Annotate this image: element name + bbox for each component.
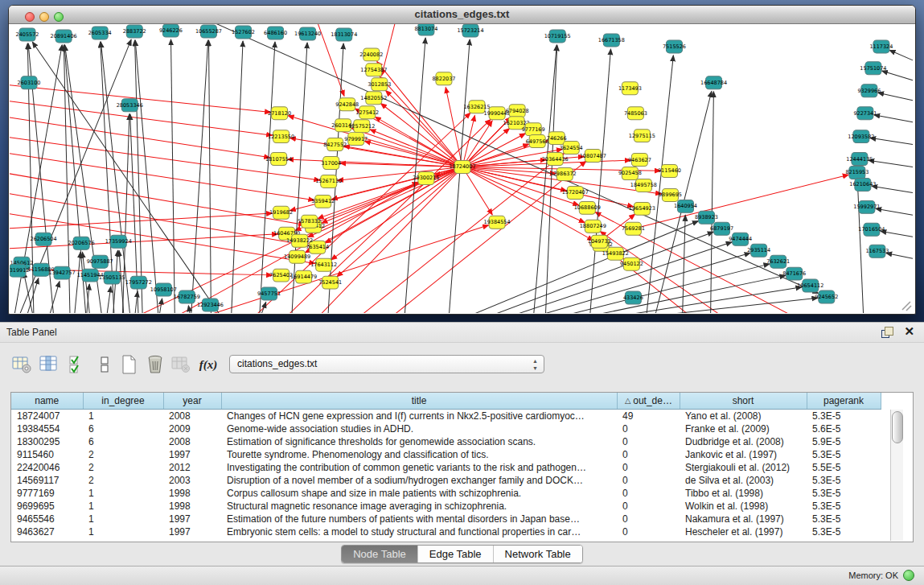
graph-edge[interactable] — [869, 160, 913, 167]
table-row[interactable]: 946362711997Embryonic stem cells: a mode… — [11, 525, 881, 538]
graph-node[interactable]: 9025458 — [618, 167, 642, 180]
graph-node[interactable]: 9474444 — [729, 233, 752, 245]
graph-edge[interactable] — [170, 183, 418, 313]
graph-node[interactable]: 2718120 — [268, 107, 291, 120]
graph-node[interactable]: 28053346 — [117, 99, 143, 112]
graph-node[interactable]: 317004 — [321, 157, 341, 170]
graph-node[interactable]: 8427552 — [323, 138, 347, 151]
graph-edge[interactable] — [195, 225, 488, 313]
graph-node[interactable]: 2405572 — [16, 28, 39, 41]
graph-node[interactable]: 7632621 — [766, 255, 790, 268]
graph-edge[interactable] — [711, 92, 714, 313]
table-row[interactable]: 1456911722003Disruption of a novel membe… — [11, 474, 881, 487]
table-row[interactable]: 911546021997Tourette syndrome. Phenomeno… — [11, 448, 881, 461]
float-panel-icon[interactable] — [881, 327, 893, 338]
graph-edge[interactable] — [331, 167, 462, 260]
table-scrollbar[interactable] — [890, 410, 903, 541]
graph-edge[interactable] — [10, 172, 305, 225]
graph-node[interactable]: 7485063 — [624, 107, 647, 120]
graph-node[interactable]: 10654112 — [797, 279, 823, 292]
graph-node[interactable]: 9457751 — [257, 287, 281, 300]
graph-node[interactable]: 19654923 — [629, 202, 655, 215]
graph-edge[interactable] — [380, 76, 462, 167]
graph-edge[interactable] — [171, 39, 175, 313]
function-builder-icon[interactable]: f(x) — [198, 354, 219, 375]
new-table-icon[interactable] — [119, 354, 140, 375]
table-row[interactable]: 1830029562008Estimation of significance … — [11, 435, 881, 448]
graph-node[interactable]: 2605334 — [88, 27, 112, 39]
graph-edge[interactable] — [337, 167, 462, 277]
row-height-icon[interactable] — [95, 354, 116, 375]
graph-node[interactable]: 2883722 — [123, 25, 146, 38]
graph-edge[interactable] — [889, 50, 913, 60]
graph-node[interactable]: 1117324 — [869, 40, 893, 53]
resize-grip[interactable] — [902, 302, 911, 311]
table-row[interactable]: 1872400712008Changes of HCN gene express… — [11, 410, 881, 423]
memory-status-icon[interactable] — [903, 570, 914, 581]
graph-edge[interactable] — [461, 221, 698, 313]
graph-node[interactable]: 18107554 — [265, 153, 292, 166]
graph-node[interactable]: 26206504 — [31, 233, 57, 245]
graph-node[interactable]: 18313074 — [331, 28, 357, 41]
graph-edge[interactable] — [874, 115, 913, 122]
graph-node[interactable]: 12213550 — [268, 130, 294, 143]
table-row[interactable]: 969969511998Structural magnetic resonanc… — [11, 500, 881, 513]
graph-node[interactable]: 20206576 — [68, 237, 95, 249]
graph-node[interactable]: 15751074 — [860, 62, 886, 75]
graph-node[interactable]: 12923446 — [197, 299, 224, 311]
close-panel-icon[interactable]: ✕ — [904, 325, 914, 338]
graph-node[interactable]: 5578332 — [298, 215, 321, 228]
graph-node[interactable]: 9115460 — [658, 165, 681, 178]
graph-node[interactable]: 5359412 — [311, 195, 335, 208]
graph-node[interactable]: 10719155 — [544, 30, 571, 43]
graph-node[interactable]: 1049733 — [588, 235, 611, 248]
graph-node[interactable]: 17016504 — [858, 223, 885, 236]
graph-node[interactable]: 15723214 — [457, 24, 483, 37]
graph-node[interactable]: 20891406 — [51, 30, 77, 43]
graph-node[interactable]: 16210643 — [849, 178, 876, 191]
column-header-short[interactable]: short — [680, 393, 807, 410]
graph-edge[interactable] — [549, 264, 770, 313]
graph-edge[interactable] — [462, 121, 492, 167]
network-canvas[interactable]: 1872400792428482603144842755231700415267… — [10, 24, 914, 313]
graph-edge[interactable] — [878, 93, 913, 101]
graph-edge[interactable] — [881, 71, 913, 80]
column-header-name[interactable]: name — [11, 393, 83, 410]
graph-node[interactable]: 8938923 — [695, 211, 718, 224]
citation-network-graph[interactable]: 1872400792428482603144842755231700415267… — [10, 24, 914, 313]
graph-edge[interactable] — [351, 128, 462, 167]
graph-edge[interactable] — [231, 41, 243, 313]
graph-node[interactable]: 16671358 — [598, 34, 625, 47]
graph-node[interactable]: 7625402 — [269, 269, 293, 282]
graph-node[interactable]: 1640954 — [674, 200, 697, 212]
graph-node[interactable]: 12444135 — [846, 153, 873, 166]
table-row[interactable]: 946554611997Estimation of the future num… — [11, 513, 881, 525]
graph-edge[interactable] — [74, 252, 80, 313]
graph-node[interactable]: 9245652 — [815, 290, 838, 303]
graph-node[interactable]: 9246226 — [159, 24, 183, 37]
graph-edge[interactable] — [682, 215, 685, 313]
graph-edge[interactable] — [288, 159, 462, 167]
tab-node-table[interactable]: Node Table — [342, 546, 418, 562]
tab-network-table[interactable]: Network Table — [494, 546, 582, 562]
graph-node[interactable]: 12093582 — [848, 130, 874, 143]
graph-node[interactable]: 8471676 — [782, 267, 806, 280]
graph-node[interactable]: 3012853 — [368, 78, 391, 91]
graph-node[interactable]: 1527602 — [232, 26, 255, 39]
graph-node[interactable]: 12975115 — [629, 130, 655, 142]
network-window[interactable]: citations_edges.txt 18724007924284826031… — [8, 5, 916, 315]
graph-node[interactable]: 7569281 — [622, 222, 645, 235]
graph-edge[interactable] — [191, 40, 207, 313]
column-header-title[interactable]: title — [221, 393, 617, 410]
window-titlebar[interactable]: citations_edges.txt — [9, 6, 915, 24]
graph-node[interactable]: 433426 — [623, 291, 643, 304]
graph-node[interactable]: 19384554 — [484, 216, 511, 229]
graph-node[interactable]: 2935114 — [747, 244, 770, 257]
column-header-in_degree[interactable]: in_degree — [83, 393, 163, 410]
table-row[interactable]: 1938455462009Genome-wide association stu… — [11, 422, 881, 435]
graph-node[interactable]: 8822037 — [432, 72, 455, 85]
graph-edge[interactable] — [886, 253, 913, 258]
graph-edge[interactable] — [48, 282, 60, 313]
graph-node[interactable]: 1275412 — [355, 106, 379, 119]
column-header-year[interactable]: year — [163, 393, 221, 410]
